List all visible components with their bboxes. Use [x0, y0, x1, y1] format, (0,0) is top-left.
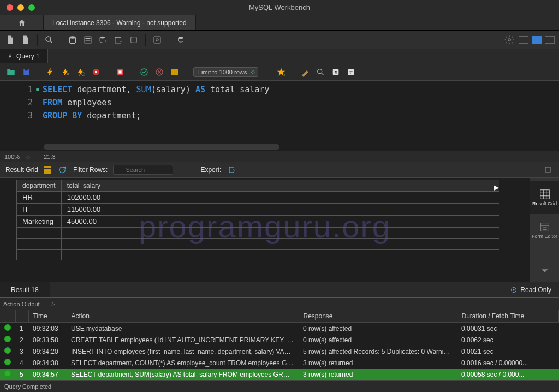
main-toolbar: + +: [0, 31, 559, 49]
table-row[interactable]: IT115000.00: [17, 204, 499, 216]
form-view-icon: [538, 221, 552, 233]
svg-point-0: [46, 37, 51, 41]
svg-point-16: [82, 72, 85, 75]
svg-point-34: [513, 289, 515, 290]
table-row[interactable]: Marketing45000.00: [17, 216, 499, 228]
svg-rect-30: [545, 167, 550, 172]
rollback-icon[interactable]: [154, 67, 165, 78]
output-column-header[interactable]: [0, 310, 15, 323]
svg-rect-15: [67, 73, 69, 75]
find-icon[interactable]: [315, 67, 326, 78]
result-tabs: Result 18 Read Only: [0, 282, 559, 297]
svg-point-25: [318, 69, 322, 73]
commit-icon[interactable]: [139, 67, 150, 78]
maximize-window-icon[interactable]: [28, 4, 35, 11]
output-row[interactable]: 309:34:20INSERT INTO employees (first_na…: [0, 346, 559, 357]
result-grid-wrap: ▸ programguru.org departmenttotal_salary…: [0, 178, 559, 282]
output-column-header[interactable]: Time: [28, 310, 67, 323]
svg-text:¶: ¶: [335, 70, 337, 75]
result-grid[interactable]: ▸ programguru.org departmenttotal_salary…: [0, 178, 530, 282]
output-column-header[interactable]: Duration / Fetch Time: [457, 310, 559, 323]
connection-tab[interactable]: Local instance 3306 - Warning - not supp…: [44, 15, 196, 30]
execute-icon[interactable]: [45, 67, 56, 78]
stop-icon[interactable]: [91, 67, 102, 78]
success-icon: [4, 370, 11, 377]
result-grid-button[interactable]: Result Grid: [530, 181, 560, 214]
refresh-icon[interactable]: [57, 164, 68, 175]
panel-left-icon[interactable]: [519, 36, 528, 44]
svg-point-11: [156, 38, 159, 41]
result-tab[interactable]: Result 18: [0, 282, 50, 297]
svg-rect-3: [86, 38, 91, 39]
svg-rect-23: [171, 69, 178, 75]
sql-editor[interactable]: 123 SELECT department, SUM(salary) AS to…: [0, 81, 559, 151]
open-sql-icon[interactable]: [20, 34, 32, 46]
scroll-down-icon[interactable]: [530, 260, 560, 282]
column-header[interactable]: department: [17, 180, 62, 192]
explain-icon[interactable]: [75, 67, 86, 78]
caret-right-icon[interactable]: ▸: [494, 181, 499, 193]
output-row[interactable]: 409:34:38SELECT department, COUNT(*) AS …: [0, 357, 559, 369]
query-tab-label: Query 1: [16, 52, 40, 60]
autocommit-icon[interactable]: [169, 67, 180, 78]
panel-right-icon[interactable]: [545, 36, 555, 44]
success-icon: [4, 324, 11, 331]
table-row[interactable]: HR102000.00: [17, 192, 499, 204]
limit-dropdown[interactable]: Limit to 1000 rows: [193, 67, 258, 77]
maximize-result-icon[interactable]: [543, 164, 554, 175]
settings-gear-icon[interactable]: [503, 34, 515, 46]
save-icon[interactable]: [21, 67, 32, 78]
output-column-header[interactable]: Action: [67, 310, 299, 323]
export-label: Export:: [200, 166, 221, 174]
execute-current-icon[interactable]: [60, 67, 71, 78]
wrap-icon[interactable]: [346, 67, 356, 78]
panel-bottom-icon[interactable]: [532, 36, 542, 44]
output-column-header[interactable]: Response: [299, 310, 457, 323]
grid-view-icon: [538, 188, 552, 200]
filter-input[interactable]: [113, 165, 173, 175]
db-icon-1[interactable]: [67, 34, 79, 46]
zoom-level[interactable]: 100%: [4, 153, 20, 160]
svg-point-13: [508, 38, 511, 41]
invisible-icon[interactable]: ¶: [330, 67, 341, 78]
editor-toolbar: Limit to 1000 rows + ¶: [0, 63, 559, 81]
home-tab[interactable]: [0, 15, 44, 30]
db-icon-6[interactable]: [151, 34, 163, 46]
query-tabs: Query 1: [0, 49, 559, 63]
output-row[interactable]: 109:32:03USE mydatabase0 row(s) affected…: [0, 323, 559, 335]
column-header[interactable]: total_salary: [61, 180, 106, 192]
svg-rect-28: [348, 69, 354, 75]
star-icon[interactable]: +: [276, 67, 287, 78]
output-row[interactable]: 509:34:57SELECT department, SUM(salary) …: [0, 369, 559, 380]
export-icon[interactable]: [227, 164, 237, 175]
query-tab[interactable]: Query 1: [0, 49, 48, 63]
svg-point-12: [179, 37, 183, 39]
output-row[interactable]: 209:33:58CREATE TABLE employees ( id INT…: [0, 334, 559, 346]
db-icon-4[interactable]: +: [112, 34, 124, 46]
statusbar: Query Completed: [0, 380, 559, 392]
horizontal-scrollbar[interactable]: [44, 144, 557, 150]
db-icon-7[interactable]: [175, 34, 187, 46]
open-file-icon[interactable]: [5, 67, 16, 78]
output-column-header[interactable]: [15, 310, 28, 323]
filter-label: Filter Rows:: [73, 166, 108, 174]
close-window-icon[interactable]: [7, 4, 13, 11]
db-icon-3[interactable]: +: [97, 34, 109, 46]
db-icon-2[interactable]: [82, 34, 94, 46]
toggle-1-icon[interactable]: [115, 67, 126, 78]
result-side-buttons: Result Grid Form Editor: [530, 178, 559, 282]
status-text: Query Completed: [4, 383, 51, 390]
output-header: Action Output ◇: [0, 297, 559, 310]
svg-point-5: [100, 36, 105, 38]
minimize-window-icon[interactable]: [17, 4, 24, 11]
grid-icon[interactable]: [44, 166, 51, 174]
svg-point-21: [141, 69, 147, 75]
inspector-icon[interactable]: [43, 34, 55, 46]
beautify-icon[interactable]: [300, 67, 311, 78]
form-editor-button[interactable]: Form Editor: [530, 214, 560, 247]
db-icon-5[interactable]: [128, 34, 140, 46]
result-grid-label: Result Grid: [5, 166, 38, 174]
code-area[interactable]: SELECT department, SUM(salary) AS total_…: [43, 81, 559, 151]
output-dropdown[interactable]: Action Output ◇: [3, 301, 55, 307]
new-sql-tab-icon[interactable]: [4, 34, 16, 46]
